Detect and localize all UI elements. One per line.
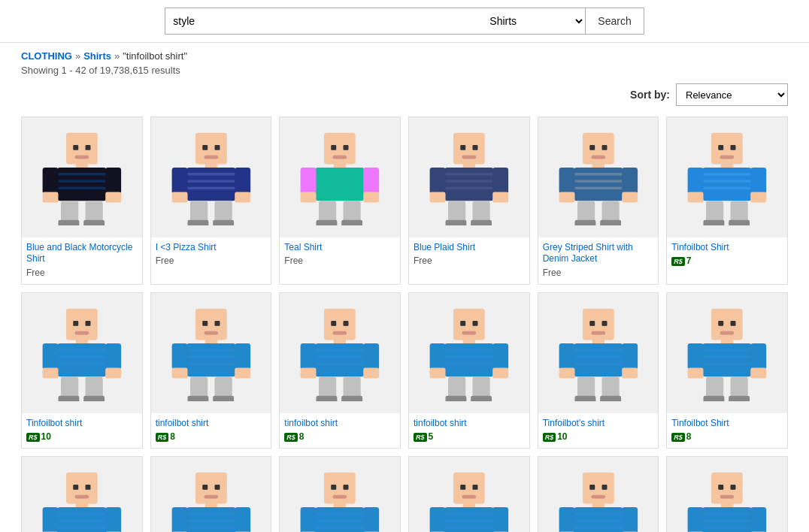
svg-rect-90	[703, 187, 752, 189]
item-card[interactable]: Blue Plaid ShirtFree	[408, 116, 530, 285]
robux-icon: R$	[671, 257, 685, 266]
item-thumbnail	[667, 457, 787, 532]
svg-rect-295	[688, 507, 704, 532]
item-card[interactable]: Teal ShirtFree	[279, 116, 401, 285]
item-card[interactable]: tinfoilbot shirtR$8	[21, 456, 143, 532]
svg-rect-262	[492, 507, 508, 532]
item-info: Tinfoilbot shirtR$10	[22, 413, 142, 449]
svg-rect-109	[105, 343, 121, 370]
item-card[interactable]: Blue and Black Motorcycle ShirtFree	[21, 116, 143, 285]
item-card[interactable]: tinfoilbot shirtR$8	[538, 456, 659, 532]
svg-rect-65	[583, 133, 614, 165]
svg-rect-23	[186, 173, 235, 175]
svg-rect-24	[186, 180, 235, 182]
item-card[interactable]: Tinfoilbot ShirtR$8	[666, 292, 788, 449]
svg-rect-175	[574, 362, 623, 364]
svg-rect-3	[75, 156, 89, 159]
item-card[interactable]: tinfoilbot shirtR$5	[408, 292, 530, 449]
svg-rect-159	[430, 343, 446, 370]
svg-rect-173	[574, 349, 623, 351]
item-info: Tinfoilbot ShirtR$7	[667, 237, 787, 273]
category-select[interactable]: Shirts Pants T-Shirts Hats Faces All	[480, 8, 586, 35]
svg-rect-27	[235, 168, 250, 194]
items-grid: Blue and Black Motorcycle ShirtFree I <3…	[21, 116, 788, 532]
svg-rect-132	[213, 396, 234, 401]
svg-rect-40	[301, 168, 317, 194]
svg-rect-203	[85, 485, 90, 490]
item-name: Teal Shirt	[284, 242, 395, 254]
svg-rect-100	[73, 321, 78, 326]
svg-rect-144	[301, 367, 317, 378]
item-price: Free	[543, 268, 654, 278]
svg-rect-269	[583, 473, 614, 504]
svg-rect-292	[703, 512, 752, 515]
svg-rect-8	[57, 187, 106, 189]
svg-rect-73	[574, 187, 623, 189]
breadcrumb-shirts[interactable]: Shirts	[83, 50, 111, 62]
svg-rect-102	[75, 331, 89, 335]
breadcrumb: CLOTHING » Shirts » "tinfoilbot shirt"	[21, 50, 788, 62]
item-card[interactable]: Tinfoilbot's shirtR$10	[538, 292, 659, 449]
item-card[interactable]: tinfoilbot shirtR$8	[279, 292, 401, 449]
item-card[interactable]: Tinfoilbot shirtR$10	[21, 292, 143, 449]
svg-rect-125	[171, 343, 187, 370]
svg-rect-211	[105, 507, 121, 532]
item-price: Free	[156, 255, 267, 266]
sort-select[interactable]: Relevance Price (Low to High) Price (Hig…	[676, 83, 788, 106]
svg-rect-275	[574, 512, 623, 515]
breadcrumb-clothing[interactable]: CLOTHING	[21, 50, 72, 62]
item-card[interactable]: Tinfoilbot ShirtR$7	[666, 116, 788, 285]
item-name: tinfoilbot shirt	[414, 418, 525, 430]
svg-rect-47	[341, 220, 362, 225]
svg-rect-296	[751, 507, 767, 532]
item-card[interactable]: Grey Striped Shirt with Denim JacketFree	[538, 116, 659, 285]
svg-rect-41	[364, 168, 380, 194]
svg-rect-37	[333, 156, 347, 159]
item-card[interactable]: tinfoilbot shirtR$8	[666, 456, 788, 532]
svg-rect-59	[430, 192, 446, 203]
svg-rect-156	[444, 349, 493, 351]
item-price: Free	[284, 255, 395, 266]
svg-rect-288	[731, 485, 736, 490]
svg-rect-273	[592, 502, 604, 507]
svg-rect-94	[751, 192, 767, 203]
svg-rect-196	[751, 367, 767, 378]
item-info: Blue and Black Motorcycle ShirtFree	[22, 237, 142, 284]
svg-rect-48	[453, 133, 485, 165]
svg-rect-162	[492, 367, 508, 378]
search-input[interactable]	[165, 8, 480, 35]
svg-rect-116	[195, 308, 227, 340]
svg-rect-189	[703, 343, 752, 376]
search-button[interactable]: Search	[586, 8, 644, 35]
svg-rect-17	[195, 133, 227, 165]
svg-rect-77	[622, 192, 638, 203]
svg-rect-67	[601, 145, 607, 150]
svg-rect-193	[688, 343, 704, 370]
sort-label: Sort by:	[630, 89, 670, 101]
svg-rect-207	[57, 512, 106, 515]
svg-rect-120	[205, 338, 217, 343]
svg-rect-169	[601, 321, 607, 326]
svg-rect-153	[462, 331, 477, 335]
item-price: R$8	[284, 431, 395, 442]
item-card[interactable]: tinfoilbot shirtR$8	[408, 456, 530, 532]
item-name: Tinfoilbot shirt	[26, 418, 138, 430]
robux-icon: R$	[156, 433, 169, 442]
svg-rect-89	[703, 180, 752, 182]
item-card[interactable]: tinfoilbot shirtR$8	[150, 456, 272, 532]
svg-rect-152	[472, 321, 477, 326]
svg-rect-46	[317, 220, 338, 225]
item-card[interactable]: tinfoilbot shirtR$8	[150, 292, 272, 449]
svg-rect-99	[66, 308, 98, 340]
item-card[interactable]: I <3 Pizza ShirtFree	[150, 116, 272, 285]
svg-rect-55	[444, 180, 493, 182]
item-thumbnail	[151, 293, 271, 413]
item-thumbnail	[22, 293, 142, 413]
svg-rect-192	[703, 362, 752, 364]
svg-rect-21	[205, 162, 217, 168]
svg-rect-12	[105, 192, 121, 203]
svg-rect-87	[703, 168, 752, 201]
item-card[interactable]: tinfoilbot shirtR$8	[279, 456, 401, 532]
svg-rect-185	[719, 321, 724, 326]
svg-rect-133	[324, 308, 356, 340]
